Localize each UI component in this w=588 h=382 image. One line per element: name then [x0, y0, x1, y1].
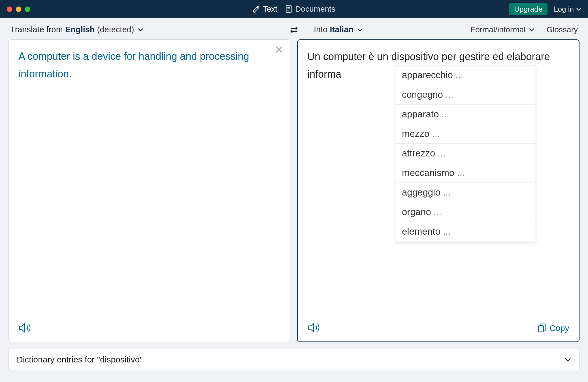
nav-tab-text[interactable]: Text: [249, 2, 281, 16]
clear-source-button[interactable]: [275, 45, 283, 54]
titlebar: Text Documents Upgrade Log in: [0, 0, 588, 18]
source-panel: A computer is a device for handling and …: [8, 39, 290, 342]
pencil-icon: [253, 5, 260, 13]
language-bar: Translate from English (detected) Into I…: [0, 18, 588, 39]
alternative-item[interactable]: meccanismo ...: [396, 163, 536, 183]
dictionary-label: Dictionary entries for "dispositivo": [17, 355, 143, 364]
alternative-item[interactable]: elemento ...: [396, 222, 536, 241]
alternative-item[interactable]: attrezzo ...: [396, 144, 536, 163]
listen-source-button[interactable]: [18, 322, 32, 334]
dictionary-entries-bar[interactable]: Dictionary entries for "dispositivo": [8, 349, 580, 370]
target-language-selector[interactable]: Into Italian: [314, 25, 363, 34]
alternative-item[interactable]: organo ...: [396, 202, 536, 222]
glossary-button[interactable]: Glossary: [547, 25, 578, 34]
chevron-down-icon: [529, 28, 535, 32]
copy-translation-button[interactable]: Copy: [538, 323, 569, 333]
translation-panels: A computer is a device for handling and …: [0, 39, 588, 342]
alternative-item[interactable]: apparato ...: [396, 105, 536, 124]
minimize-window-button[interactable]: [16, 7, 21, 12]
swap-languages-button[interactable]: [289, 26, 299, 34]
chevron-down-icon: [564, 357, 571, 362]
nav-right: Upgrade Log in: [509, 3, 581, 15]
maximize-window-button[interactable]: [25, 7, 30, 12]
nav-tab-documents-label: Documents: [295, 5, 335, 14]
chevron-down-icon: [357, 28, 363, 32]
source-lang-value: English: [65, 25, 95, 34]
chevron-down-icon: [576, 7, 581, 11]
target-lang-value: Italian: [330, 25, 353, 34]
alternative-item[interactable]: apparecchio ...: [396, 65, 536, 85]
source-lang-prefix: Translate from: [10, 25, 65, 34]
alternative-item[interactable]: congegno ...: [396, 85, 536, 105]
document-icon: [285, 5, 292, 13]
window-controls: [7, 7, 30, 12]
alternative-item[interactable]: aggeggio ...: [396, 183, 536, 202]
login-button[interactable]: Log in: [554, 5, 581, 14]
chevron-down-icon: [137, 28, 144, 32]
target-panel: Un computer è un dispositivo per gestire…: [297, 39, 580, 342]
language-options: Formal/informal Glossary: [470, 25, 578, 34]
source-language-selector[interactable]: Translate from English (detected): [10, 25, 144, 34]
source-lang-detected: (detected): [95, 25, 134, 34]
copy-icon: [538, 323, 546, 333]
nav-tab-text-label: Text: [263, 5, 277, 14]
target-lang-prefix: Into: [314, 25, 330, 34]
close-window-button[interactable]: [7, 7, 12, 12]
alternative-item-partial[interactable]: impianto: [396, 241, 536, 242]
alternative-item[interactable]: mezzo ...: [396, 124, 536, 144]
nav-tabs: Text Documents: [249, 2, 339, 16]
upgrade-button[interactable]: Upgrade: [509, 3, 547, 15]
svg-rect-9: [538, 326, 544, 332]
source-text-input[interactable]: A computer is a device for handling and …: [9, 40, 290, 91]
nav-tab-documents[interactable]: Documents: [282, 2, 339, 16]
listen-target-button[interactable]: [307, 322, 321, 334]
formality-selector[interactable]: Formal/informal: [470, 25, 534, 34]
alternatives-dropdown: apparecchio ... congegno ... apparato ..…: [396, 65, 536, 242]
